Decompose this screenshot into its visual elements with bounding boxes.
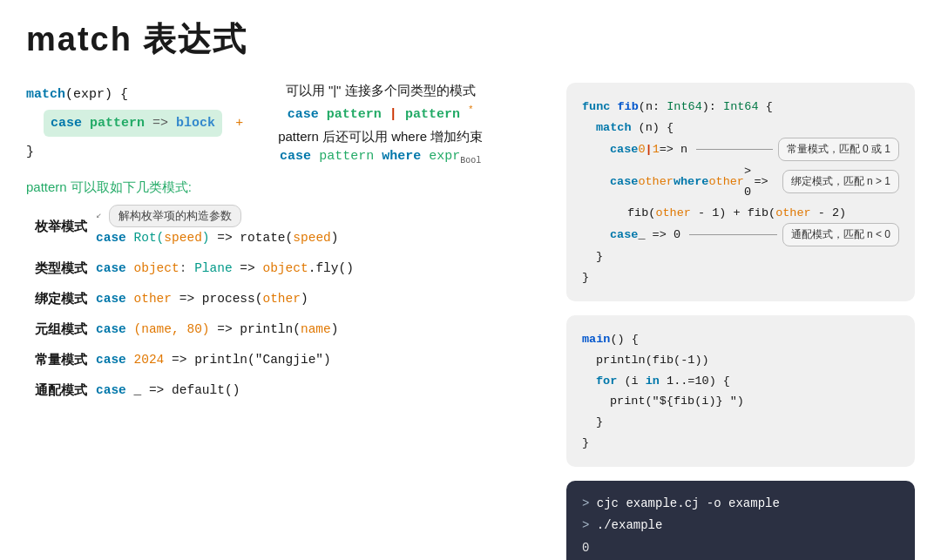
const-arrow: => println("Cangjie") bbox=[172, 353, 331, 367]
terminal-output-1: 0 bbox=[582, 537, 899, 559]
syntax-paren: (expr) { bbox=[65, 87, 128, 102]
type-fly: .fly() bbox=[308, 261, 354, 275]
pipe-note: 可以用 "|" 连接多个同类型的模式 bbox=[278, 83, 483, 99]
type-arrow: => bbox=[240, 261, 254, 275]
other-2: other bbox=[708, 172, 744, 192]
prompt-2: > bbox=[582, 518, 597, 532]
const-case-kw: case bbox=[96, 353, 126, 367]
fib-brace: { bbox=[759, 100, 773, 113]
syntax-section: match(expr) { case pattern => block + } … bbox=[26, 83, 549, 165]
arrow: => bbox=[152, 116, 168, 131]
main-func: main bbox=[582, 333, 610, 346]
anno-tag-1: 常量模式，匹配 0 或 1 bbox=[778, 138, 899, 161]
where-case-kw: case bbox=[280, 149, 311, 164]
where-expr: expr bbox=[429, 149, 460, 164]
wildcard-case-kw: case bbox=[96, 383, 126, 397]
annotation-bubble: 解构枚举项的构造参数 bbox=[109, 205, 241, 227]
other-r2: other bbox=[775, 206, 811, 219]
pipe-symbol: | bbox=[389, 107, 397, 122]
pattern-code-enum: ↙ 解构枚举项的构造参数 case Rot(speed) => rotate(s… bbox=[96, 205, 339, 246]
enum-rot: Rot( bbox=[134, 231, 165, 245]
fib-params: (n: bbox=[639, 100, 667, 113]
tuple-arrow: => println( bbox=[217, 322, 301, 336]
terminal-line-1: > cjc example.cj -o example bbox=[582, 493, 899, 515]
pattern-label-const: 常量模式 bbox=[35, 350, 96, 368]
case-0: 0 bbox=[638, 139, 645, 160]
where-note: pattern 后还可以用 where 增加约束 bbox=[278, 129, 483, 145]
main-line-1: main() { bbox=[582, 329, 899, 350]
for-range: 1..=10) { bbox=[667, 374, 730, 388]
other-1: other bbox=[638, 172, 674, 192]
pattern-intro: pattern 可以取如下几类模式: bbox=[26, 179, 549, 196]
tuple-case-kw: case bbox=[96, 322, 126, 336]
int64-2: Int64 bbox=[723, 100, 759, 113]
binding-case-kw: case bbox=[96, 292, 126, 306]
anno-tag-3: 通配模式，匹配 n < 0 bbox=[782, 223, 899, 246]
tuple-parens: (name, 80) bbox=[134, 322, 210, 336]
enum-arrow: => bbox=[217, 231, 232, 245]
page-title: match 表达式 bbox=[26, 17, 915, 62]
bool-subscript: Bool bbox=[460, 156, 481, 165]
in-kw: in bbox=[646, 374, 660, 388]
fib-name: fib bbox=[618, 100, 639, 113]
tuple-close: ) bbox=[331, 322, 339, 336]
case-kw-2: case bbox=[610, 172, 638, 192]
terminal-panel: > cjc example.cj -o example > ./example … bbox=[566, 481, 915, 560]
fib-ret: ): bbox=[702, 100, 723, 113]
pattern-row-type: 类型模式 case object: Plane => object.fly() bbox=[35, 259, 549, 277]
main-line-5: } bbox=[596, 412, 899, 433]
binding-other1: other bbox=[134, 292, 173, 306]
main-line-4: print("${fib(i)} ") bbox=[610, 391, 899, 412]
where-code-line: case pattern where exprBool bbox=[278, 149, 483, 165]
pattern-label-wildcard: 通配模式 bbox=[35, 381, 96, 399]
pattern-label-tuple: 元组模式 bbox=[35, 320, 96, 338]
bubble-arrow-down: ↙ bbox=[96, 209, 102, 222]
prompt-1: > bbox=[582, 496, 597, 510]
pattern-label-binding: 绑定模式 bbox=[35, 289, 96, 307]
pipe-code-line: case pattern | pattern * bbox=[278, 105, 483, 122]
pipe-case-kw: case bbox=[288, 107, 319, 122]
enum-rotate-close: ) bbox=[331, 231, 339, 245]
binding-arrow: => process( bbox=[179, 292, 263, 306]
case-kw-1: case bbox=[610, 139, 638, 160]
func-kw: func bbox=[582, 100, 610, 113]
anno-line-1 bbox=[696, 149, 773, 150]
enum-code-text: case Rot(speed) => rotate(speed) bbox=[96, 229, 339, 246]
pipe-star: * bbox=[468, 105, 474, 115]
fib-line-1: func fib(n: Int64): Int64 { bbox=[582, 97, 899, 118]
case-arrow-1: => n bbox=[660, 139, 687, 160]
fib-close-1: } bbox=[596, 246, 899, 267]
enum-speed2: speed bbox=[293, 231, 331, 245]
match-keyword: match bbox=[26, 87, 65, 102]
cmd-1: cjc example.cj -o example bbox=[597, 496, 780, 510]
bubble-wrapper: ↙ 解构枚举项的构造参数 bbox=[96, 205, 339, 227]
anno-tag-2: 绑定模式，匹配 n > 1 bbox=[782, 170, 899, 193]
left-panel: match(expr) { case pattern => block + } … bbox=[26, 83, 549, 560]
for-parens: (i bbox=[624, 374, 645, 388]
case-1: 1 bbox=[653, 139, 660, 160]
pattern-code-binding: case other => process(other) bbox=[96, 290, 308, 307]
right-panel: func fib(n: Int64): Int64 { match (n) { … bbox=[566, 83, 915, 560]
gt-op: > 0 bbox=[744, 161, 754, 202]
main-paren: () { bbox=[610, 333, 638, 346]
const-num: 2024 bbox=[134, 353, 165, 367]
syntax-line1: match(expr) { bbox=[26, 83, 243, 106]
pipe-p1: pattern bbox=[327, 107, 382, 122]
type-object: object bbox=[134, 261, 179, 275]
syntax-line2: case pattern => block + bbox=[44, 110, 243, 137]
fib-line-4: case other where other > 0 => 绑定模式，匹配 n … bbox=[610, 161, 899, 202]
binding-other2: other bbox=[262, 292, 301, 306]
case-kw-3: case bbox=[610, 225, 638, 246]
pattern-label-enum: 枚举模式 bbox=[35, 217, 96, 235]
case-keyword: case bbox=[51, 116, 82, 131]
wildcard-underscore: _ => default() bbox=[134, 383, 240, 397]
tuple-name: name bbox=[301, 322, 331, 336]
pattern-row-tuple: 元组模式 case (name, 80) => println(name) bbox=[35, 320, 549, 338]
code-panel-wrapper: func fib(n: Int64): Int64 { match (n) { … bbox=[566, 83, 915, 301]
pattern-code-wildcard: case _ => default() bbox=[96, 381, 240, 399]
where-kw-2: where bbox=[674, 172, 709, 192]
pattern-code-const: case 2024 => println("Cangjie") bbox=[96, 351, 331, 368]
main-line-3: for (i in 1..=10) { bbox=[596, 371, 899, 392]
pattern-code-type: case object: Plane => object.fly() bbox=[96, 260, 354, 277]
main-code-panel: main() { println(fib(-1)) for (i in 1..=… bbox=[566, 315, 915, 467]
